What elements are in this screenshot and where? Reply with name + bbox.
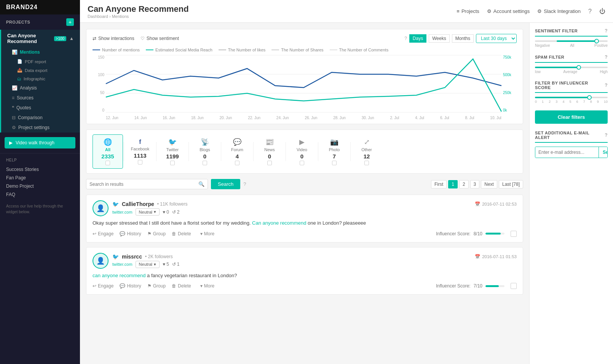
source-label-forum: Forum <box>231 147 243 152</box>
topbar: Can Anyone Recommend Dashboard › Mention… <box>80 0 613 23</box>
show-sentiment-button[interactable]: ♡ Show sentiment <box>140 36 179 41</box>
mention-source-0[interactable]: twitter.com <box>112 210 132 214</box>
spam-slider-thumb[interactable] <box>576 65 581 70</box>
help-link-success-stories[interactable]: Success Stories <box>6 165 74 174</box>
spam-slider-track[interactable] <box>535 67 608 68</box>
sidebar-item-sources[interactable]: ≡ Sources <box>1 93 80 103</box>
history-button-0[interactable]: 💬 History <box>120 231 141 236</box>
video-walkthrough-button[interactable]: ▶ Video walk through <box>5 137 75 148</box>
news-icon: 📰 <box>265 138 274 146</box>
sidebar-item-project-settings[interactable]: ⚙ Project settings <box>1 123 80 133</box>
source-check-blogs[interactable] <box>203 161 207 165</box>
source-tab-facebook[interactable]: f Facebook 1113 <box>125 135 155 168</box>
email-help-icon[interactable]: ? <box>605 133 608 138</box>
help-link-faq[interactable]: FAQ <box>6 190 74 199</box>
right-panel: SENTIMENT FILTER ? Negative All Positive <box>529 23 613 364</box>
source-check-news[interactable] <box>267 161 272 165</box>
clear-filters-button[interactable]: Clear filters <box>535 110 608 124</box>
search-input[interactable] <box>89 182 196 187</box>
sidebar-item-analysis[interactable]: 📈 Analysis <box>1 83 80 93</box>
help-link-fan-page[interactable]: Fan Page <box>6 174 74 182</box>
influencer-score-label-1: Influencer Score: <box>436 283 471 289</box>
sentiment-help-icon[interactable]: ? <box>605 28 608 34</box>
delete-button-0[interactable]: 🗑 Delete <box>172 231 191 236</box>
group-button-1[interactable]: ⚑ Group <box>147 283 166 289</box>
source-tab-news[interactable]: 📰 News 0 <box>254 134 285 169</box>
engage-button-0[interactable]: ↩ Engage <box>93 231 113 236</box>
influencer-slider-track[interactable] <box>535 97 608 98</box>
history-button-1[interactable]: 💬 History <box>120 283 141 289</box>
source-tab-photo[interactable]: 📷 Photo 7 <box>319 134 350 169</box>
source-label-all: All <box>105 147 110 152</box>
mention-author-0: CallieThorpe <box>122 201 154 207</box>
help-title: HELP <box>6 158 74 162</box>
pagination-next[interactable]: Next <box>481 180 497 188</box>
mention-source-1[interactable]: twitter.com <box>112 262 132 267</box>
email-input[interactable] <box>535 147 599 158</box>
breadcrumb-home[interactable]: Dashboard <box>88 14 108 19</box>
source-tab-forum[interactable]: 💬 Forum 4 <box>222 134 252 169</box>
mention-avatar-0: 👤 <box>93 200 109 216</box>
sidebar-item-comparison[interactable]: ⊟ Comparison <box>1 113 80 123</box>
sentiment-slider-row: Negative All Positive <box>535 40 608 48</box>
source-check-other[interactable] <box>364 161 369 165</box>
heart-icon-1: ♥ <box>163 262 165 267</box>
time-btn-weeks[interactable]: Weeks <box>429 34 449 43</box>
pagination-page-1[interactable]: 1 <box>448 180 458 188</box>
pagination-first[interactable]: First <box>431 180 447 188</box>
influencer-help-icon[interactable]: ? <box>605 83 608 88</box>
date-range-select[interactable]: Last 30 days <box>476 34 517 43</box>
source-tab-twitter[interactable]: 🐦 Twitter 1199 <box>157 134 188 169</box>
nav-slack-integration[interactable]: ⚙ Slack Integration <box>537 8 581 14</box>
search-button[interactable]: Search <box>211 179 240 189</box>
sidebar-item-infographic[interactable]: 🗂 Infographic <box>1 75 80 83</box>
source-check-video[interactable] <box>300 161 304 165</box>
pagination-last[interactable]: Last [78] <box>499 180 523 188</box>
sentiment-slider-track[interactable] <box>535 40 608 42</box>
engage-button-1[interactable]: ↩ Engage <box>93 283 113 289</box>
source-tab-all[interactable]: 🌐 All 2335 <box>93 134 123 169</box>
delete-button-1[interactable]: 🗑 Delete <box>172 283 191 289</box>
more-button-1[interactable]: ▾ More <box>200 283 214 289</box>
pagination-page-3[interactable]: 3 <box>470 180 480 188</box>
spam-help-icon[interactable]: ? <box>605 54 608 60</box>
search-help-icon[interactable]: ? <box>243 181 246 187</box>
chart-help-icon[interactable]: ? <box>404 36 407 41</box>
source-tab-video[interactable]: ▶ Video 0 <box>287 134 317 169</box>
more-button-0[interactable]: ▾ More <box>200 231 214 236</box>
source-check-facebook[interactable] <box>138 160 142 164</box>
help-circle-icon[interactable]: ? <box>588 8 592 15</box>
source-check-forum[interactable] <box>235 161 239 165</box>
sidebar-item-quotes[interactable]: ❝ Quotes <box>1 103 80 113</box>
show-interactions-button[interactable]: ⇄ Show interactions <box>93 36 134 41</box>
sources-icon: ≡ <box>12 95 14 101</box>
source-check-photo[interactable] <box>332 161 337 165</box>
sidebar-item-data-export[interactable]: 📤 Data export <box>1 66 80 75</box>
set-email-button[interactable]: Set <box>599 147 608 158</box>
nav-account-settings[interactable]: ⚙ Account settings <box>487 8 530 14</box>
add-project-button[interactable]: + <box>66 18 74 26</box>
source-check-all[interactable] <box>105 161 110 165</box>
source-count-video: 0 <box>300 153 303 160</box>
influencer-slider-thumb[interactable] <box>587 95 592 100</box>
legend-likes: The Number of likes <box>228 48 265 52</box>
power-icon[interactable]: ⏻ <box>599 8 605 15</box>
pagination-page-2[interactable]: 2 <box>459 180 469 188</box>
group-button-0[interactable]: ⚑ Group <box>147 231 166 236</box>
source-check-twitter[interactable] <box>170 161 175 165</box>
project-entry[interactable]: Can Anyone Recommend >100 ▲ <box>1 30 80 47</box>
sentiment-badge-1[interactable]: Neutral ▾ <box>136 261 160 268</box>
sentiment-badge-0[interactable]: Neutral ▾ <box>136 208 160 216</box>
source-tab-other[interactable]: ⤢ Other 12 <box>351 134 382 169</box>
time-btn-months[interactable]: Months <box>452 34 474 43</box>
source-label-facebook: Facebook <box>131 147 149 151</box>
sentiment-slider-thumb[interactable] <box>594 39 599 43</box>
mention-checkbox-0[interactable] <box>511 231 517 237</box>
mention-checkbox-1[interactable] <box>511 283 517 289</box>
sidebar-item-mentions[interactable]: 📊 Mentions <box>1 47 80 57</box>
nav-projects[interactable]: ≡ Projects <box>457 8 479 14</box>
time-btn-days[interactable]: Days <box>409 34 426 43</box>
help-link-demo-project[interactable]: Demo Project <box>6 182 74 190</box>
sidebar-item-pdf-report[interactable]: 📄 PDF report <box>1 57 80 66</box>
source-tab-blogs[interactable]: 📡 Blogs 0 <box>190 134 220 169</box>
